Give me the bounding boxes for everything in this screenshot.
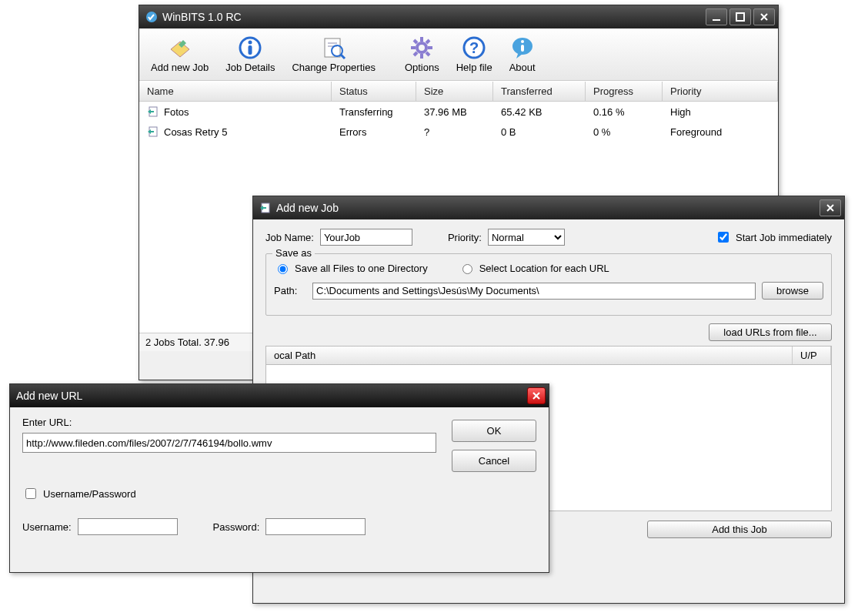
cancel-button[interactable]: Cancel xyxy=(452,450,536,472)
svg-line-16 xyxy=(414,40,417,43)
priority-label: Priority: xyxy=(448,232,482,243)
main-toolbar: Add new Job Job Details Change Propertie… xyxy=(139,28,778,81)
radio-one-dir[interactable]: Save all Files to one Directory xyxy=(274,262,428,274)
options-button[interactable]: Options xyxy=(396,32,448,77)
col-local-path[interactable]: ocal Path xyxy=(266,346,793,364)
job-icon xyxy=(147,126,159,138)
gear-icon xyxy=(409,35,434,60)
col-name[interactable]: Name xyxy=(139,82,332,101)
path-input[interactable] xyxy=(312,283,756,300)
close-button[interactable] xyxy=(753,8,775,25)
url-input[interactable] xyxy=(22,433,436,453)
enter-url-label: Enter URL: xyxy=(22,417,436,428)
main-titlebar[interactable]: WinBITS 1.0 RC xyxy=(139,5,778,28)
table-row[interactable]: Fotos Transferring 37.96 MB 65.42 KB 0.1… xyxy=(139,102,778,122)
svg-line-10 xyxy=(341,55,345,59)
job-icon xyxy=(147,105,159,118)
svg-line-18 xyxy=(414,52,417,55)
change-properties-button[interactable]: Change Properties xyxy=(283,32,383,77)
col-size[interactable]: Size xyxy=(416,82,493,101)
path-label: Path: xyxy=(274,285,306,296)
svg-rect-2 xyxy=(736,13,744,21)
svg-point-23 xyxy=(521,40,524,43)
details-icon xyxy=(238,35,262,60)
ok-button[interactable]: OK xyxy=(452,420,536,442)
col-transferred[interactable]: Transferred xyxy=(493,82,586,101)
addjob-title: Add new Job xyxy=(276,202,820,214)
addjob-close-button[interactable] xyxy=(820,199,841,216)
help-button[interactable]: ? Help file xyxy=(448,32,501,77)
userpass-checkbox[interactable]: Username/Password xyxy=(22,486,536,501)
addjob-icon xyxy=(259,202,272,214)
addjob-titlebar[interactable]: Add new Job xyxy=(253,196,844,219)
browse-button[interactable]: browse xyxy=(762,282,823,300)
url-list-header: ocal Path U/P xyxy=(265,346,832,365)
addurl-titlebar[interactable]: Add new URL xyxy=(10,384,549,407)
table-row[interactable]: Cosas Retry 5 Errors ? 0 B 0 % Foregroun… xyxy=(139,122,778,142)
username-input[interactable] xyxy=(78,518,178,535)
add-url-dialog: Add new URL Enter URL: OK Cancel Usernam… xyxy=(9,383,549,573)
minimize-button[interactable] xyxy=(706,8,727,25)
main-title: WinBITS 1.0 RC xyxy=(162,11,706,23)
svg-line-17 xyxy=(426,52,429,55)
addurl-close-button[interactable] xyxy=(527,387,546,404)
start-immediately-checkbox[interactable]: Start Job immediately xyxy=(715,229,832,245)
svg-rect-1 xyxy=(713,19,720,21)
svg-text:?: ? xyxy=(469,39,479,56)
svg-rect-5 xyxy=(249,45,252,55)
about-button[interactable]: About xyxy=(501,32,544,77)
priority-select[interactable]: Normal xyxy=(488,229,565,246)
addurl-title: Add new URL xyxy=(16,390,527,402)
radio-each-url[interactable]: Select Location for each URL xyxy=(459,262,609,274)
svg-point-11 xyxy=(417,43,426,52)
col-priority[interactable]: Priority xyxy=(663,82,778,101)
app-icon xyxy=(145,11,158,23)
svg-rect-24 xyxy=(521,45,524,52)
password-input[interactable] xyxy=(265,518,366,535)
jobs-list-header: Name Status Size Transferred Progress Pr… xyxy=(139,81,778,102)
jobname-input[interactable] xyxy=(320,229,412,246)
svg-point-4 xyxy=(249,41,252,45)
saveas-group: Save as Save all Files to one Directory … xyxy=(265,253,832,316)
jobname-label: Job Name: xyxy=(265,232,314,243)
load-urls-button[interactable]: load URLs from file... xyxy=(709,323,832,341)
help-icon: ? xyxy=(462,35,486,60)
job-details-button[interactable]: Job Details xyxy=(217,32,283,77)
info-icon xyxy=(510,35,535,60)
add-job-button[interactable]: Add new Job xyxy=(142,32,217,77)
maximize-button[interactable] xyxy=(729,8,751,25)
col-progress[interactable]: Progress xyxy=(586,82,663,101)
username-label: Username: xyxy=(22,521,72,533)
col-status[interactable]: Status xyxy=(332,82,416,101)
add-this-job-button[interactable]: Add this Job xyxy=(647,521,832,538)
add-job-icon xyxy=(168,35,192,60)
properties-icon xyxy=(322,35,346,60)
svg-line-19 xyxy=(426,40,429,43)
col-up[interactable]: U/P xyxy=(793,346,831,364)
password-label: Password: xyxy=(213,521,260,533)
saveas-legend: Save as xyxy=(272,247,315,259)
